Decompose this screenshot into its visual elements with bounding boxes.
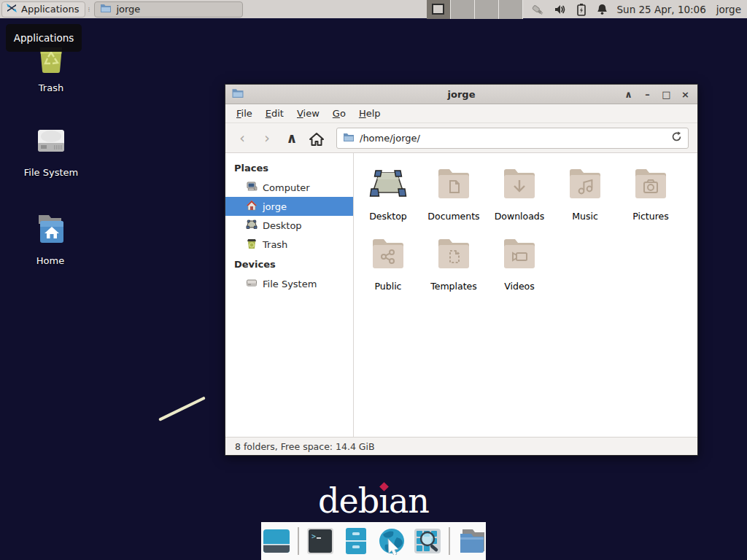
web-browser-launcher[interactable] — [377, 526, 406, 556]
sidebar-item-label: Computer — [263, 182, 310, 193]
bottom-dock: > — [261, 522, 486, 560]
status-bar: 8 folders, Free space: 14.4 GiB — [225, 437, 697, 455]
web-browser-globe-icon — [378, 527, 406, 555]
file-item-documents[interactable]: Documents — [421, 162, 487, 232]
dock-separator — [298, 527, 299, 555]
file-item-label: Downloads — [495, 211, 545, 222]
sidebar-header-places: Places — [225, 158, 353, 178]
up-button[interactable]: ∧ — [281, 127, 303, 149]
logo-letter-i: ı — [379, 481, 389, 521]
terminal-launcher[interactable]: > — [306, 526, 335, 556]
file-item-label: Desktop — [369, 211, 407, 222]
battery-charging-icon[interactable] — [576, 3, 587, 16]
desktop-special-icon — [369, 162, 407, 204]
minimize-button[interactable]: – — [641, 85, 654, 104]
window-titlebar[interactable]: jorge ∧ – □ × — [225, 85, 697, 104]
file-cabinet-icon — [343, 527, 369, 555]
workspace-2[interactable] — [451, 0, 475, 19]
menu-view[interactable]: View — [290, 105, 326, 122]
sidebar-item-desktop[interactable]: Desktop — [225, 216, 353, 235]
desktop-icon-file-system[interactable]: File System — [16, 124, 86, 178]
location-bar[interactable]: /home/jorge/ — [336, 128, 689, 149]
desktop-icon-label: File System — [24, 167, 78, 178]
file-item-music[interactable]: Music — [552, 162, 618, 232]
folder-public-icon — [369, 232, 407, 274]
sidebar-item-jorge[interactable]: jorge — [225, 197, 353, 216]
menu-edit[interactable]: Edit — [259, 105, 290, 122]
folder-music-icon — [566, 162, 604, 204]
workspace-4[interactable] — [499, 0, 523, 19]
folder-downloads-icon — [500, 162, 538, 204]
home-button[interactable] — [306, 127, 328, 149]
volume-icon[interactable] — [554, 3, 567, 16]
file-item-label: Music — [572, 211, 598, 222]
files-pane[interactable]: Desktop Documents — [354, 153, 697, 437]
folder-templates-icon — [435, 232, 473, 274]
reload-icon[interactable] — [671, 131, 682, 145]
workspace-1[interactable] — [427, 0, 451, 19]
file-item-desktop[interactable]: Desktop — [355, 162, 421, 232]
workspace-window-thumbnail — [432, 4, 444, 15]
file-item-videos[interactable]: Videos — [487, 232, 552, 302]
sidebar-item-trash[interactable]: Trash — [225, 235, 353, 254]
menu-go[interactable]: Go — [326, 105, 352, 122]
top-panel: Applications ⁞ jorge — [0, 0, 747, 19]
menu-file[interactable]: File — [230, 105, 259, 122]
computer-icon — [246, 181, 258, 195]
show-desktop-icon — [263, 527, 290, 555]
taskbar-window-button[interactable]: jorge — [94, 1, 243, 18]
notifications-bell-icon[interactable] — [596, 3, 608, 16]
sidebar-header-devices: Devices — [225, 254, 353, 274]
panel-clock[interactable]: Sun 25 Apr, 10:06 — [617, 4, 706, 15]
workspace-pager[interactable] — [427, 0, 523, 19]
close-button[interactable]: × — [679, 85, 692, 104]
folder-launcher[interactable] — [457, 526, 486, 556]
folder-documents-icon — [435, 162, 473, 204]
desktop-icon-label: Trash — [39, 82, 63, 93]
file-item-label: Pictures — [632, 211, 669, 222]
network-icon[interactable] — [530, 3, 544, 16]
dock-separator — [449, 527, 450, 555]
xfce-applications-icon — [6, 2, 18, 16]
desktop-icon — [246, 219, 258, 233]
file-item-templates[interactable]: Templates — [421, 232, 487, 302]
path-input[interactable]: /home/jorge/ — [360, 133, 666, 144]
home-folder-icon — [33, 212, 68, 249]
file-item-label: Templates — [430, 281, 477, 292]
hard-drive-icon — [246, 277, 258, 291]
file-manager-window: jorge ∧ – □ × File Edit View Go Help ‹ ›… — [225, 84, 698, 456]
file-manager-launcher[interactable] — [341, 526, 371, 556]
file-item-public[interactable]: Public — [355, 232, 421, 302]
file-item-downloads[interactable]: Downloads — [487, 162, 552, 232]
sidebar: Places Computer — [225, 153, 354, 437]
sidebar-item-computer[interactable]: Computer — [225, 178, 353, 197]
forward-button[interactable]: › — [256, 127, 278, 149]
path-folder-icon — [343, 131, 355, 145]
sidebar-item-label: jorge — [263, 201, 287, 212]
user-home-icon — [246, 200, 258, 214]
desktop-icon-label: Home — [36, 255, 64, 266]
sidebar-item-file-system[interactable]: File System — [225, 274, 353, 293]
panel-user-menu[interactable]: jorge — [716, 4, 741, 15]
workspace-3[interactable] — [475, 0, 499, 19]
toolbar: ‹ › ∧ /home/jorge/ — [225, 123, 697, 153]
status-text: 8 folders, Free space: 14.4 GiB — [235, 441, 375, 452]
file-item-pictures[interactable]: Pictures — [618, 162, 684, 232]
applications-menu-button[interactable]: Applications — [1, 1, 85, 18]
tooltip-text: Applications — [14, 32, 74, 44]
maximize-button[interactable]: □ — [660, 85, 673, 104]
folder-icon — [457, 527, 486, 555]
shade-button[interactable]: ∧ — [622, 85, 635, 104]
window-folder-icon — [231, 88, 244, 101]
sidebar-item-label: Trash — [263, 239, 287, 250]
menu-help[interactable]: Help — [352, 105, 387, 122]
window-folder-icon — [100, 3, 112, 15]
show-desktop-button[interactable] — [262, 526, 291, 556]
back-button[interactable]: ‹ — [231, 127, 253, 149]
app-finder-launcher[interactable] — [413, 526, 442, 556]
panel-grip-handle[interactable]: ⁞ — [88, 3, 92, 16]
desktop-icon-home[interactable]: Home — [15, 212, 85, 266]
system-tray — [530, 3, 608, 16]
file-item-label: Public — [375, 281, 402, 292]
trash-icon — [246, 238, 258, 252]
